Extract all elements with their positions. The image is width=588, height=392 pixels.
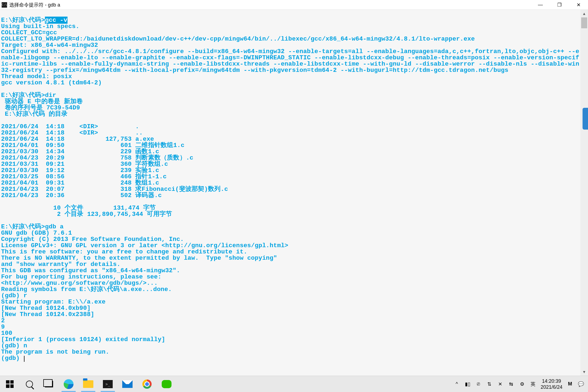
- dir-header: 驱动器 E 中的卷是 新加卷 卷的序列号是 7C39-54D9 E:\好凉\代码…: [1, 99, 580, 117]
- terminal-output[interactable]: E:\好凉\代码>gcc -v Using built-in specs.COL…: [0, 10, 580, 376]
- terminal-line: COLLECT_GCC=gcc: [1, 30, 580, 36]
- window-title: 选择命令提示符 - gdb a: [9, 2, 60, 8]
- terminal-line: 2021/06/24 14:18 <DIR> .: [1, 124, 580, 130]
- search-icon: [26, 381, 33, 388]
- ime-brand-icon[interactable]: M: [567, 381, 573, 387]
- terminal-line: Reading symbols from E:\好凉\代码\a.exe...do…: [1, 286, 580, 293]
- terminal-line: This is free software: you are free to c…: [1, 249, 580, 255]
- terminal-line: 卷的序列号是 7C39-54D9: [1, 105, 580, 111]
- windows-icon: [6, 380, 14, 388]
- terminal-line: gcc version 4.8.1 (tdm64-2): [1, 80, 580, 86]
- terminal-line: 驱动器 E 中的卷是 新加卷: [1, 99, 580, 105]
- chrome-app[interactable]: [137, 376, 157, 392]
- start-button[interactable]: [0, 376, 20, 392]
- terminal-line: The program is not being run.: [1, 349, 580, 355]
- terminal-line: For bug reporting instructions, please s…: [1, 274, 580, 280]
- terminal-line: [Inferior 1 (process 10124) exited norma…: [1, 336, 580, 343]
- network-icon[interactable]: ⇅: [486, 381, 493, 387]
- terminal-line: Using built-in specs.: [1, 23, 580, 30]
- taskbar: >_ ^ ▮▯ ⎚ ⇅ ✕ ⇆ ⚙ 英 14:20:39 2021/6/24 M…: [0, 376, 588, 392]
- terminal-line: 10 个文件 131,474 字节: [1, 205, 580, 211]
- scroll-down-icon[interactable]: ▼: [580, 368, 588, 376]
- terminal-line: 2021/03/25 08:56 466 指针1-1.c: [1, 174, 580, 180]
- terminal-line: 2021/04/23 20:07 318 求Fibonacci(斐波那契)数列.…: [1, 186, 580, 192]
- clock[interactable]: 14:20:39 2021/6/24: [541, 378, 562, 390]
- terminal-line: <http://www.gnu.org/software/gdb/bugs/>.…: [1, 280, 580, 286]
- screen-icon[interactable]: ⎚: [475, 381, 482, 387]
- window: C:\ 选择命令提示符 - gdb a — ❐ ✕ E:\好凉\代码>gcc -…: [0, 0, 588, 392]
- terminal-area: E:\好凉\代码>gcc -v Using built-in specs.COL…: [0, 10, 588, 376]
- sound-icon[interactable]: ✕: [497, 381, 504, 387]
- system-tray[interactable]: ^ ▮▯ ⎚ ⇅ ✕ ⇆ ⚙ 英 14:20:39 2021/6/24 M 💬: [450, 376, 588, 392]
- clock-time: 14:20:39: [541, 378, 562, 384]
- dir-summary: 10 个文件 131,474 字节 2 个目录 123,890,745,344 …: [1, 205, 580, 218]
- cursor: [24, 356, 24, 362]
- terminal-line: (gdb) r: [1, 293, 580, 299]
- file-explorer-app[interactable]: [78, 376, 98, 392]
- cmd-title-icon: C:\: [2, 2, 7, 8]
- wechat-app[interactable]: [157, 376, 176, 392]
- tool-icon[interactable]: ⚙: [519, 381, 525, 387]
- task-view-button[interactable]: [39, 376, 59, 392]
- scroll-track[interactable]: [580, 17, 588, 368]
- scroll-thumb[interactable]: [581, 17, 587, 28]
- gcc-output: Using built-in specs.COLLECT_GCC=gccCOLL…: [1, 23, 580, 86]
- terminal-line: 9: [1, 324, 580, 330]
- ime-indicator[interactable]: 英: [530, 381, 536, 387]
- vertical-scrollbar[interactable]: ▲ ▼: [580, 10, 588, 376]
- terminal-line: 2021/06/24 14:18 <DIR> ..: [1, 130, 580, 136]
- terminal-line: 2021/06/24 14:18 127,753 a.exe: [1, 136, 580, 142]
- terminal-line: [New Thread 10124.0xb90]: [1, 305, 580, 311]
- mail-app[interactable]: [118, 376, 137, 392]
- edge-app[interactable]: [59, 376, 78, 392]
- wechat-icon: [162, 380, 171, 388]
- terminal-line: COLLECT_LTO_WRAPPER=d:/baidunetdiskdownl…: [1, 36, 580, 42]
- cmd-app[interactable]: >_: [98, 376, 118, 392]
- battery-icon[interactable]: ▮▯: [464, 381, 471, 387]
- terminal-line: Starting program: E:\\/a.exe: [1, 299, 580, 305]
- terminal-line: (gdb): [1, 355, 580, 362]
- terminal-line: Configured with: ../../../src/gcc-4.8.1/…: [1, 48, 580, 74]
- close-button[interactable]: ✕: [569, 0, 588, 10]
- terminal-line: Target: x86_64-w64-mingw32: [1, 42, 580, 48]
- terminal-line: 2021/03/31 09:21 360 字符数组.c: [1, 161, 580, 167]
- chrome-icon: [142, 379, 152, 389]
- terminal-line: There is NO WARRANTY, to the extent perm…: [1, 255, 580, 261]
- terminal-line: [New Thread 10124.0x2388]: [1, 311, 580, 318]
- terminal-line: Thread model: posix: [1, 74, 580, 80]
- terminal-line: 2021/03/30 19:12 239 实验1.c: [1, 167, 580, 174]
- search-button[interactable]: [20, 376, 39, 392]
- terminal-line: 2021/04/01 09:31 248 数组1.c: [1, 180, 580, 186]
- taskview-icon: [45, 381, 53, 387]
- terminal-line: and "show warranty" for details.: [1, 261, 580, 268]
- terminal-line: 100: [1, 330, 580, 336]
- terminal-line: 2021/04/23 20:29 758 判断素数（质数）.c: [1, 155, 580, 161]
- terminal-line: E:\好凉\代码 的目录: [1, 111, 580, 117]
- scroll-up-icon[interactable]: ▲: [580, 10, 588, 17]
- gdb-output: GNU gdb (GDB) 7.6.1Copyright (C) 2013 Fr…: [1, 230, 580, 362]
- terminal-line: 2021/04/23 20:36 502 译码器.c: [1, 192, 580, 199]
- link-icon[interactable]: ⇆: [508, 381, 514, 387]
- mail-icon: [122, 380, 133, 388]
- side-tab-icon[interactable]: [583, 108, 588, 130]
- dir-listing: 2021/06/24 14:18 <DIR> .2021/06/24 14:18…: [1, 124, 580, 199]
- terminal-line: License GPLv3+: GNU GPL version 3 or lat…: [1, 243, 580, 249]
- terminal-line: 2 个目录 123,890,745,344 可用字节: [1, 211, 580, 218]
- titlebar[interactable]: C:\ 选择命令提示符 - gdb a — ❐ ✕: [0, 0, 588, 10]
- terminal-line: 2021/03/30 14:34 229 函数1.c: [1, 149, 580, 155]
- minimize-button[interactable]: —: [531, 0, 550, 10]
- terminal-line: 2021/04/01 09:50 601 二维指针数组1.c: [1, 142, 580, 149]
- folder-icon: [83, 380, 93, 388]
- notification-icon[interactable]: 💬: [578, 381, 584, 387]
- cmd-icon: >_: [103, 380, 113, 388]
- maximize-button[interactable]: ❐: [550, 0, 569, 10]
- edge-icon: [64, 379, 74, 389]
- clock-date: 2021/6/24: [541, 384, 562, 390]
- terminal-line: 2: [1, 318, 580, 324]
- tray-chevron-icon[interactable]: ^: [454, 381, 460, 387]
- terminal-line: GNU gdb (GDB) 7.6.1: [1, 230, 580, 236]
- terminal-line: (gdb) n: [1, 343, 580, 349]
- terminal-line: This GDB was configured as "x86_64-w64-m…: [1, 268, 580, 274]
- terminal-line: Copyright (C) 2013 Free Software Foundat…: [1, 236, 580, 243]
